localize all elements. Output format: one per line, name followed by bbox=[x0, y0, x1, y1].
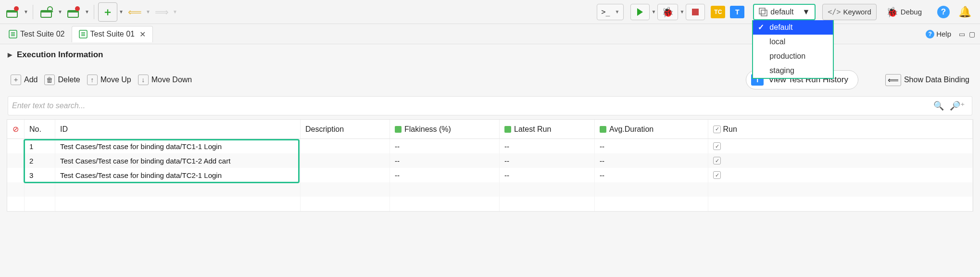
col-no[interactable]: No. bbox=[25, 120, 55, 138]
window-controls: ▭ ▢ bbox=[959, 30, 975, 38]
debug-run-button[interactable]: 🐞 bbox=[657, 4, 678, 20]
undo-button[interactable]: ⟸ bbox=[125, 2, 144, 22]
cell-flak: -- bbox=[390, 153, 500, 168]
table-row-empty bbox=[7, 182, 973, 197]
profile-option-default[interactable]: default bbox=[753, 20, 833, 35]
undo-icon: ⟸ bbox=[128, 6, 142, 18]
move-down-button[interactable]: ↓ Move Down bbox=[138, 75, 192, 85]
notifications-button[interactable]: 🔔 bbox=[958, 6, 971, 18]
arrow-down-icon: ↓ bbox=[138, 75, 149, 85]
col-id[interactable]: ID bbox=[55, 120, 301, 138]
expand-toggle[interactable]: ▶ bbox=[8, 51, 12, 58]
run-checkbox[interactable]: ✓ bbox=[713, 142, 721, 150]
testcloud-button[interactable]: TC bbox=[711, 6, 725, 18]
cell-latest: -- bbox=[500, 153, 595, 168]
col-latest-run[interactable]: Latest Run bbox=[500, 120, 595, 138]
debug-run-dropdown[interactable]: ▼ bbox=[679, 9, 685, 14]
stop-button[interactable] bbox=[686, 4, 705, 20]
tab-label: Test Suite 02 bbox=[20, 30, 65, 38]
tab-label: Test Suite 01 bbox=[90, 30, 135, 38]
record-web-dropdown[interactable]: ▼ bbox=[23, 9, 29, 14]
undo-dropdown[interactable]: ▼ bbox=[145, 9, 151, 14]
record-mobile-dropdown[interactable]: ▼ bbox=[84, 9, 90, 14]
record-web-icon bbox=[6, 6, 19, 18]
record-web-button[interactable] bbox=[3, 2, 22, 22]
terminal-icon: >_ bbox=[601, 8, 610, 16]
move-up-label: Move Up bbox=[101, 76, 131, 84]
redo-dropdown[interactable]: ▼ bbox=[172, 9, 178, 14]
question-icon: ? bbox=[941, 7, 946, 17]
testops-icon: T bbox=[735, 8, 740, 16]
run-checkbox[interactable]: ✓ bbox=[713, 171, 721, 179]
col-warning[interactable]: ⊘ bbox=[7, 120, 25, 138]
new-dropdown[interactable]: ▼ bbox=[118, 9, 124, 14]
maximize-button[interactable]: ▢ bbox=[969, 30, 975, 38]
tab-test-suite-02[interactable]: Test Suite 02 bbox=[2, 26, 72, 42]
tab-test-suite-01[interactable]: Test Suite 01 ✕ bbox=[72, 26, 153, 42]
redo-button[interactable]: ⟹ bbox=[152, 2, 171, 22]
help-button[interactable]: ? bbox=[937, 6, 950, 18]
delete-button[interactable]: 🗑 Delete bbox=[44, 75, 80, 85]
advanced-search-icon[interactable]: 🔎⁺ bbox=[950, 101, 965, 111]
search-input[interactable] bbox=[12, 97, 930, 115]
cell-desc bbox=[301, 168, 390, 182]
search-icon[interactable]: 🔍 bbox=[933, 101, 944, 111]
cell-run: ✓ bbox=[708, 168, 973, 182]
table-row[interactable]: 2 Test Cases/Test case for binding data/… bbox=[7, 153, 973, 168]
cell-no: 2 bbox=[25, 153, 55, 168]
cell-avg: -- bbox=[595, 153, 708, 168]
cell-run: ✓ bbox=[708, 139, 973, 153]
cell-flak: -- bbox=[390, 139, 500, 153]
collapse-left-icon: ⟸ bbox=[885, 74, 901, 86]
run-dropdown[interactable]: ▼ bbox=[651, 9, 656, 14]
spy-web-button[interactable] bbox=[37, 2, 56, 22]
table-row[interactable]: 1 Test Cases/Test case for binding data/… bbox=[7, 139, 973, 153]
terminal-button[interactable]: >_ ▼ bbox=[597, 4, 624, 20]
keyword-mode-button[interactable]: </> Keyword bbox=[822, 4, 876, 20]
redo-icon: ⟹ bbox=[155, 6, 169, 18]
cell-no: 1 bbox=[25, 139, 55, 153]
col-flakiness[interactable]: Flakiness (%) bbox=[390, 120, 500, 138]
testops-button[interactable]: T bbox=[730, 6, 744, 18]
cell-no: 3 bbox=[25, 168, 55, 182]
profile-option-local[interactable]: local bbox=[753, 35, 833, 49]
cell-desc bbox=[301, 153, 390, 168]
col-run[interactable]: ✓ Run bbox=[708, 120, 973, 138]
add-button[interactable]: ＋ Add bbox=[11, 75, 38, 85]
spy-web-dropdown[interactable]: ▼ bbox=[57, 9, 63, 14]
debug-mode-button[interactable]: 🐞 Debug bbox=[881, 4, 927, 20]
profile-dropdown-button[interactable]: default ▼ bbox=[753, 4, 816, 20]
plus-icon: ＋ bbox=[11, 75, 21, 85]
search-bar: 🔍 🔎⁺ bbox=[8, 96, 972, 115]
col-description[interactable]: Description bbox=[301, 120, 390, 138]
move-up-button[interactable]: ↑ Move Up bbox=[87, 75, 131, 85]
katalon-icon bbox=[600, 126, 606, 133]
help-link[interactable]: ? Help bbox=[926, 30, 951, 38]
separator bbox=[33, 5, 33, 19]
show-data-binding-button[interactable]: ⟸ Show Data Binding bbox=[885, 74, 969, 86]
main-toolbar: ▼ ▼ ▼ ＋ ▼ ⟸ ▼ ⟹ ▼ >_ ▼ ▼ 🐞 ▼ TC T bbox=[0, 0, 980, 24]
table-row[interactable]: 3 Test Cases/Test case for binding data/… bbox=[7, 168, 973, 182]
profile-icon bbox=[759, 8, 767, 16]
profile-dropdown-list: default local production staging bbox=[752, 20, 834, 79]
record-mobile-button[interactable] bbox=[64, 2, 83, 22]
profile-option-production[interactable]: production bbox=[753, 49, 833, 63]
cell-avg: -- bbox=[595, 139, 708, 153]
checkbox-icon: ✓ bbox=[713, 126, 721, 133]
profile-option-staging[interactable]: staging bbox=[753, 63, 833, 78]
record-mobile-icon bbox=[67, 6, 80, 18]
bug-icon: 🐞 bbox=[886, 6, 898, 18]
close-tab-button[interactable]: ✕ bbox=[139, 30, 146, 39]
col-avg-duration[interactable]: Avg.Duration bbox=[595, 120, 708, 138]
cell-avg: -- bbox=[595, 168, 708, 182]
chevron-down-icon: ▼ bbox=[615, 9, 619, 14]
help-label: Help bbox=[936, 30, 951, 38]
profile-selector: default ▼ default local production stagi… bbox=[753, 4, 816, 20]
spy-web-icon bbox=[40, 6, 53, 18]
minimize-button[interactable]: ▭ bbox=[959, 30, 965, 38]
new-button[interactable]: ＋ bbox=[98, 2, 117, 22]
run-button[interactable] bbox=[630, 4, 650, 20]
code-icon: </> bbox=[828, 8, 841, 16]
run-checkbox[interactable]: ✓ bbox=[713, 157, 721, 164]
katalon-icon bbox=[395, 126, 402, 133]
